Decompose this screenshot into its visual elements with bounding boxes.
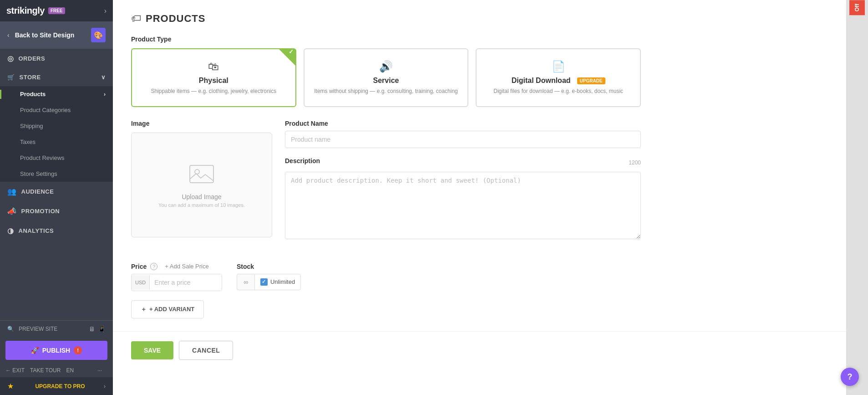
language-selector[interactable]: EN — [66, 367, 74, 374]
free-badge: FREE — [48, 7, 65, 14]
page-title: PRODUCTS — [146, 13, 205, 25]
store-icon: 🛒 — [7, 74, 15, 81]
digital-desc: Digital files for download — e.g. e-book… — [484, 87, 633, 95]
sidebar-item-product-reviews[interactable]: Product Reviews — [0, 150, 113, 166]
store-label: STORE — [20, 74, 41, 81]
add-variant-label: + ADD VARIANT — [149, 306, 194, 313]
stock-label: Stock — [237, 263, 301, 270]
upgrade-chevron-icon: › — [104, 383, 106, 390]
product-name-label: Product Name — [285, 120, 641, 127]
orders-icon: ◎ — [7, 54, 14, 63]
back-arrow-icon: ‹ — [7, 31, 10, 39]
preview-site-label: PREVIEW SITE — [19, 326, 57, 332]
publish-button[interactable]: 🚀 PUBLISH ! — [5, 341, 107, 360]
sidebar-item-promotion[interactable]: 📣 PROMOTION — [0, 201, 113, 221]
upgrade-tag: UPGRADE — [577, 77, 605, 84]
desktop-icon[interactable]: 🖥 — [89, 325, 95, 333]
taxes-label: Taxes — [20, 139, 36, 145]
logo-area: strikingly FREE — [6, 5, 65, 16]
product-reviews-label: Product Reviews — [20, 154, 65, 161]
price-help-icon[interactable]: ? — [150, 263, 157, 270]
physical-desc: Shippable items — e.g. clothing, jewelry… — [139, 87, 288, 95]
search-icon: 🔍 — [7, 326, 14, 332]
product-type-service[interactable]: 🔊 Service Items without shipping — e.g. … — [304, 48, 469, 107]
physical-icon: 🛍 — [139, 60, 288, 73]
sidebar-item-store[interactable]: 🛒 STORE ∨ — [0, 68, 113, 86]
logo-text: strikingly — [6, 5, 45, 16]
physical-title: Physical — [139, 77, 288, 85]
help-button[interactable]: ? — [841, 368, 859, 386]
more-options-button[interactable]: ··· — [97, 367, 102, 374]
star-icon: ★ — [7, 382, 14, 390]
promotion-icon: 📣 — [7, 207, 17, 215]
site-design-icon: 🎨 — [91, 28, 106, 42]
sidebar-item-orders[interactable]: ◎ ORDERS — [0, 49, 113, 68]
selected-checkmark — [279, 49, 295, 66]
store-chevron-icon: ∨ — [101, 74, 106, 81]
save-button[interactable]: SAVE — [131, 341, 173, 359]
image-section: Image Upload Image You can add a maximum… — [131, 120, 272, 250]
page-title-row: 🏷 PRODUCTS — [131, 13, 641, 25]
products-chevron-icon: › — [104, 91, 106, 97]
product-form-section: Product Name Description 1200 — [285, 120, 641, 250]
product-type-physical[interactable]: 🛍 Physical Shippable items — e.g. clothi… — [131, 48, 296, 107]
product-name-input[interactable] — [285, 131, 641, 148]
mobile-icon[interactable]: 📱 — [98, 325, 106, 333]
toggle-off-button[interactable]: Off — [849, 0, 865, 15]
sidebar-item-analytics[interactable]: ◑ ANALYTICS — [0, 221, 113, 241]
description-label: Description — [285, 157, 320, 164]
sidebar-item-products[interactable]: Products › — [0, 86, 113, 102]
digital-icon: 📄 — [484, 60, 633, 73]
description-textarea[interactable] — [285, 172, 641, 239]
price-section: Price ? + Add Sale Price USD — [131, 263, 222, 291]
store-subnav: Products › Product Categories Shipping T… — [0, 86, 113, 182]
back-to-site-button[interactable]: ‹ Back to Site Design 🎨 — [0, 21, 113, 49]
preview-site-button[interactable]: 🔍 PREVIEW SITE 🖥 📱 — [0, 321, 113, 337]
upgrade-label: UPGRADE TO PRO — [35, 383, 85, 390]
tag-icon: 🏷 — [131, 13, 141, 25]
store-settings-label: Store Settings — [20, 170, 57, 177]
upgrade-to-pro-button[interactable]: ★ UPGRADE TO PRO › — [0, 377, 113, 395]
categories-label: Product Categories — [20, 107, 71, 113]
price-input[interactable] — [150, 274, 222, 291]
service-desc: Items without shipping — e.g. consulting… — [312, 87, 461, 95]
sidebar: strikingly FREE › ‹ Back to Site Design … — [0, 0, 113, 395]
product-name-group: Product Name — [285, 120, 641, 148]
sidebar-item-audience[interactable]: 👥 AUDIENCE — [0, 182, 113, 201]
sidebar-item-shipping[interactable]: Shipping — [0, 118, 113, 134]
rocket-icon: 🚀 — [31, 347, 39, 354]
upload-sub-text: You can add a maximum of 10 images. — [158, 202, 245, 208]
unlimited-checkbox[interactable]: Unlimited — [254, 274, 301, 290]
products-label: Products — [20, 91, 46, 97]
sidebar-item-store-settings[interactable]: Store Settings — [0, 166, 113, 182]
right-panel: Off — [846, 0, 868, 395]
store-section: 🛒 STORE ∨ Products › Product Categories … — [0, 68, 113, 182]
shipping-label: Shipping — [20, 123, 43, 129]
form-footer: SAVE CANCEL — [113, 331, 846, 369]
audience-label: AUDIENCE — [21, 188, 54, 195]
image-upload-box[interactable]: Upload Image You can add a maximum of 10… — [131, 133, 272, 237]
add-sale-price-button[interactable]: + Add Sale Price — [165, 263, 208, 270]
service-title: Service — [312, 77, 461, 85]
svg-point-1 — [195, 169, 199, 174]
sidebar-collapse-icon[interactable]: › — [104, 7, 107, 15]
take-tour-button[interactable]: TAKE TOUR — [30, 367, 61, 374]
product-type-label: Product Type — [131, 36, 641, 43]
sidebar-item-categories[interactable]: Product Categories — [0, 102, 113, 118]
price-label: Price — [131, 263, 147, 270]
upload-image-icon — [188, 162, 215, 190]
nav-section: ◎ ORDERS 🛒 STORE ∨ Products › Product Ca… — [0, 49, 113, 320]
audience-icon: 👥 — [7, 187, 17, 196]
sidebar-item-taxes[interactable]: Taxes — [0, 134, 113, 150]
promotion-label: PROMOTION — [21, 208, 60, 215]
upload-text: Upload Image — [182, 193, 221, 200]
service-icon: 🔊 — [312, 60, 461, 73]
product-type-digital[interactable]: 📄 Digital Download UPGRADE Digital files… — [476, 48, 641, 107]
cancel-button[interactable]: CANCEL — [179, 341, 233, 360]
exit-button[interactable]: ← EXIT — [5, 367, 25, 374]
image-form-row: Image Upload Image You can add a maximum… — [131, 120, 641, 250]
svg-rect-0 — [190, 165, 213, 183]
currency-tag: USD — [132, 275, 150, 290]
add-variant-button[interactable]: ＋ + ADD VARIANT — [131, 300, 204, 318]
product-type-section: Product Type 🛍 Physical Shippable items … — [131, 36, 641, 107]
